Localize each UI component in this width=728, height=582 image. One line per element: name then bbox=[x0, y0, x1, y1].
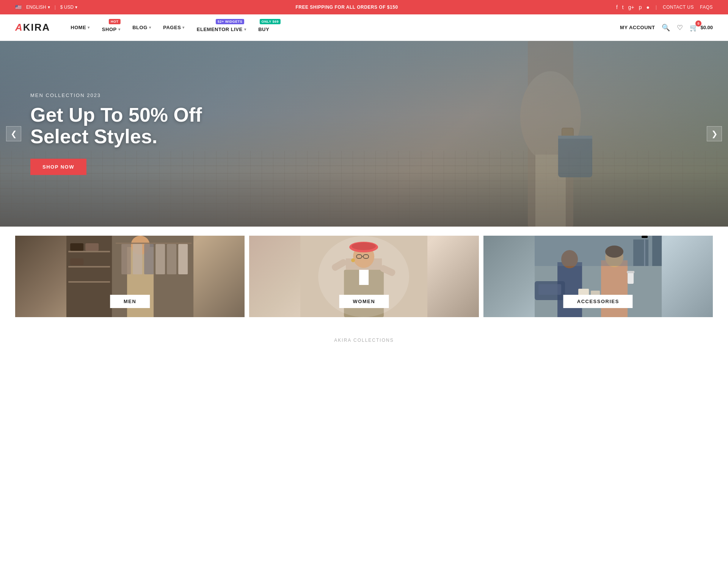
nav-item-buy[interactable]: ONLY $69 BUY bbox=[253, 20, 275, 35]
hero-subtitle: MEN COLLECTION 2023 bbox=[30, 92, 202, 98]
language-selector[interactable]: ENGLISH ▾ bbox=[26, 5, 50, 10]
contact-us-link[interactable]: CONTACT US bbox=[663, 5, 694, 10]
category-card-women[interactable]: WOMEN bbox=[249, 236, 479, 317]
chevron-left-icon: ❮ bbox=[11, 129, 17, 138]
svg-rect-17 bbox=[121, 244, 131, 274]
category-label-accessories: ACCESSORIES bbox=[563, 295, 633, 308]
nav-item-pages[interactable]: PAGES ▾ bbox=[158, 22, 190, 33]
cart-count-badge: 0 bbox=[695, 20, 701, 27]
svg-rect-50 bbox=[633, 239, 648, 266]
free-shipping-banner: FREE SHIPPING FOR ALL ORDERS OF $150 bbox=[77, 5, 616, 10]
chevron-icon: ▾ bbox=[182, 25, 185, 30]
instagram-icon[interactable]: ● bbox=[646, 4, 649, 10]
faqs-link[interactable]: FAQS bbox=[700, 5, 713, 10]
site-logo[interactable]: AKIRA bbox=[15, 22, 50, 33]
top-bar: 🇺🇸 ENGLISH ▾ | $ USD ▾ FREE SHIPPING FOR… bbox=[0, 0, 728, 14]
pinterest-icon[interactable]: p bbox=[639, 4, 642, 10]
slider-next-button[interactable]: ❯ bbox=[707, 126, 722, 141]
svg-rect-22 bbox=[178, 244, 188, 274]
flag-icon: 🇺🇸 bbox=[15, 4, 22, 10]
chevron-icon: ▾ bbox=[118, 27, 121, 31]
chevron-icon: ▾ bbox=[88, 25, 90, 30]
category-card-men[interactable]: MEN bbox=[15, 236, 245, 317]
search-icon[interactable]: 🔍 bbox=[662, 23, 670, 32]
chevron-right-icon: ❯ bbox=[711, 129, 718, 138]
my-account-link[interactable]: MY ACCOUNT bbox=[620, 25, 655, 30]
hero-content: MEN COLLECTION 2023 Get Up To 50% Off Se… bbox=[30, 92, 202, 175]
svg-rect-47 bbox=[628, 272, 634, 284]
top-bar-right: f t g+ p ● | CONTACT US FAQS bbox=[616, 4, 713, 10]
currency-selector[interactable]: $ USD ▾ bbox=[60, 5, 77, 10]
svg-rect-53 bbox=[642, 236, 648, 238]
social-links: f t g+ p ● bbox=[616, 4, 650, 10]
chevron-icon: ▾ bbox=[244, 27, 246, 31]
twitter-icon[interactable]: t bbox=[622, 4, 624, 10]
google-plus-icon[interactable]: g+ bbox=[628, 4, 634, 10]
svg-rect-3 bbox=[558, 136, 592, 177]
svg-rect-48 bbox=[627, 271, 634, 273]
collections-label: AKIRA COLLECTIONS bbox=[334, 338, 394, 343]
hero-slider: MEN COLLECTION 2023 Get Up To 50% Off Se… bbox=[0, 41, 728, 227]
svg-rect-18 bbox=[133, 244, 142, 274]
category-label-women: WOMEN bbox=[339, 295, 389, 308]
nav-item-shop[interactable]: HOT SHOP ▾ bbox=[97, 20, 126, 35]
svg-rect-19 bbox=[144, 244, 154, 274]
chevron-icon: ▾ bbox=[149, 25, 151, 30]
nav-item-elementor[interactable]: 52+ WIDGETS ELEMENTOR LIVE ▾ bbox=[191, 20, 251, 35]
hero-title: Get Up To 50% Off Select Styles. bbox=[30, 104, 202, 147]
svg-rect-13 bbox=[85, 243, 99, 251]
hot-badge: HOT bbox=[109, 19, 121, 24]
logo-rest: KIRA bbox=[23, 22, 50, 33]
nav-right: MY ACCOUNT 🔍 ♡ 0 🛒 $0.00 bbox=[620, 23, 713, 32]
nav-item-blog[interactable]: BLOG ▾ bbox=[127, 22, 156, 33]
svg-rect-9 bbox=[68, 266, 110, 268]
svg-rect-46 bbox=[538, 284, 561, 295]
svg-rect-12 bbox=[70, 258, 83, 265]
svg-rect-8 bbox=[68, 251, 110, 252]
category-label-men: MEN bbox=[110, 295, 150, 308]
shop-now-button[interactable]: SHOP NOW bbox=[30, 159, 86, 175]
logo-letter-a: A bbox=[15, 22, 23, 33]
category-card-accessories[interactable]: ACCESSORIES bbox=[483, 236, 713, 317]
category-cards: MEN bbox=[0, 227, 728, 326]
cart-button[interactable]: 0 🛒 $0.00 bbox=[690, 23, 713, 32]
wishlist-icon[interactable]: ♡ bbox=[677, 23, 683, 32]
divider: | bbox=[656, 5, 657, 10]
svg-rect-20 bbox=[155, 244, 165, 274]
slider-prev-button[interactable]: ❮ bbox=[6, 126, 21, 141]
nav-item-home[interactable]: HOME ▾ bbox=[65, 22, 95, 33]
hero-figure-svg bbox=[475, 41, 619, 227]
svg-rect-40 bbox=[601, 260, 628, 317]
price-badge: ONLY $69 bbox=[260, 19, 281, 24]
chevron-down-icon: ▾ bbox=[48, 5, 50, 10]
svg-rect-10 bbox=[68, 281, 110, 283]
facebook-icon[interactable]: f bbox=[616, 4, 618, 10]
navigation-bar: AKIRA HOME ▾ HOT SHOP ▾ BLOG ▾ PAGES ▾ 5… bbox=[0, 14, 728, 41]
svg-rect-11 bbox=[70, 243, 83, 251]
svg-rect-21 bbox=[167, 244, 176, 274]
cart-total: $0.00 bbox=[700, 25, 713, 30]
widgets-badge: 52+ WIDGETS bbox=[216, 19, 244, 24]
top-bar-left: 🇺🇸 ENGLISH ▾ | $ USD ▾ bbox=[15, 4, 77, 10]
svg-rect-51 bbox=[652, 236, 662, 266]
divider: | bbox=[55, 5, 56, 10]
nav-links: HOME ▾ HOT SHOP ▾ BLOG ▾ PAGES ▾ 52+ WID… bbox=[65, 20, 620, 35]
collections-footer: AKIRA COLLECTIONS bbox=[0, 326, 728, 350]
svg-rect-5 bbox=[558, 136, 592, 139]
